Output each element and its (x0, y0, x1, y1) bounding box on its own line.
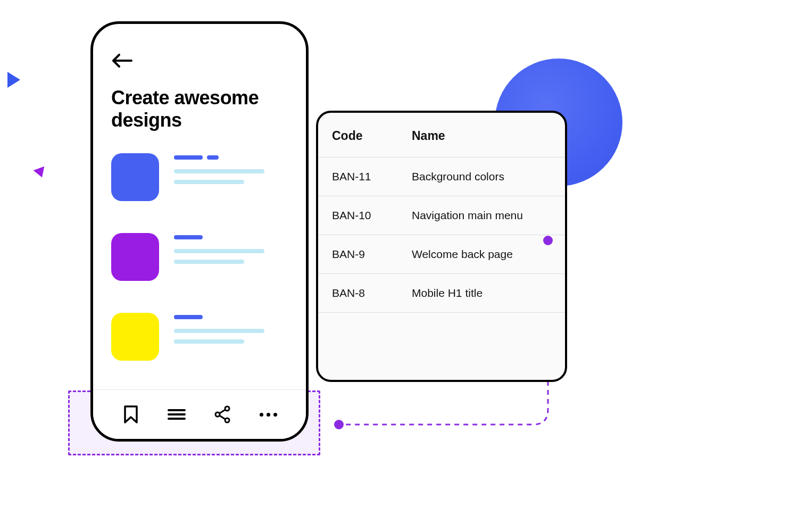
table-row[interactable]: BAN-10 Navigation main menu (318, 196, 565, 235)
design-card[interactable] (111, 153, 288, 201)
table-row[interactable]: BAN-9 Welcome back page (318, 235, 565, 274)
more-button[interactable] (255, 402, 281, 427)
placeholder-lines (174, 153, 264, 190)
menu-icon (168, 408, 186, 421)
canvas: Code Name BAN-11 Background colors BAN-1… (0, 0, 702, 469)
cell-code: BAN-8 (332, 287, 412, 300)
bookmark-icon (123, 405, 139, 423)
cell-code: BAN-10 (332, 209, 412, 222)
cell-code: BAN-9 (332, 248, 412, 261)
connector-dot-target (334, 420, 344, 429)
phone-frame: Create awesome designs (90, 21, 309, 442)
swatch-yellow (111, 313, 159, 361)
placeholder-lines (174, 233, 264, 270)
cell-code: BAN-11 (332, 170, 412, 183)
table-row[interactable]: BAN-11 Background colors (318, 157, 565, 196)
cell-name: Background colors (412, 170, 551, 183)
placeholder-lines (174, 313, 264, 350)
cell-name: Mobile H1 title (412, 287, 551, 300)
col-header-code: Code (332, 129, 412, 143)
issues-table: Code Name BAN-11 Background colors BAN-1… (316, 111, 567, 382)
svg-point-4 (215, 412, 220, 417)
design-card[interactable] (111, 233, 288, 281)
triangle-icon (7, 72, 20, 88)
bookmark-button[interactable] (118, 402, 144, 427)
col-header-name: Name (412, 129, 551, 143)
swatch-blue (111, 153, 159, 201)
swatch-purple (111, 233, 159, 281)
arrow-left-icon (111, 54, 132, 68)
table-row[interactable]: BAN-8 Mobile H1 title (318, 274, 565, 313)
design-card[interactable] (111, 313, 288, 361)
menu-button[interactable] (164, 402, 189, 427)
more-icon (260, 413, 277, 417)
cell-name: Welcome back page (412, 248, 551, 261)
svg-point-3 (225, 406, 229, 411)
connector-dot-source (543, 236, 553, 245)
svg-line-7 (220, 415, 226, 419)
cell-name: Navigation main menu (412, 209, 551, 222)
svg-line-6 (220, 410, 226, 413)
share-icon (213, 405, 231, 423)
bottom-nav (93, 389, 306, 439)
table-header-row: Code Name (318, 113, 565, 157)
back-button[interactable] (111, 54, 132, 70)
page-title: Create awesome designs (111, 87, 288, 132)
share-button[interactable] (210, 402, 235, 427)
svg-point-5 (225, 418, 229, 422)
triangle-small-icon (34, 167, 48, 179)
